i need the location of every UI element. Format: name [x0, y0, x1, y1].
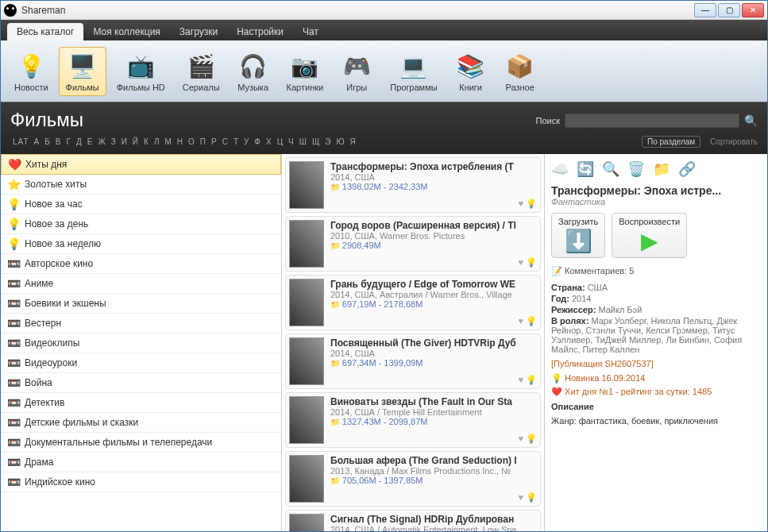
alpha-letter[interactable]: Н [175, 137, 186, 146]
page-header: Фильмы Поиск 🔍 LATАБВГДЕЖЗИЙКЛМНОПРСТУФХ… [1, 102, 767, 154]
search-icon[interactable]: 🔍 [744, 114, 758, 127]
sidebar-item[interactable]: 📼Детектив [1, 393, 281, 413]
share-icon[interactable]: 🔗 [678, 160, 696, 178]
alpha-letter[interactable]: С [220, 137, 231, 146]
sidebar-item[interactable]: 📼Аниме [1, 274, 281, 294]
sidebar-item[interactable]: 💡Новое за день [1, 214, 281, 234]
alpha-letter[interactable]: Ю [334, 137, 347, 146]
alpha-letter[interactable]: К [141, 137, 152, 146]
toolbar-item-0[interactable]: 💡Новости [7, 47, 56, 96]
alpha-letter[interactable]: Д [74, 137, 85, 146]
alpha-letter[interactable]: Ш [297, 137, 310, 146]
movie-fav-icons[interactable]: ♥ 💡 [518, 375, 537, 385]
alpha-letter[interactable]: В [53, 137, 64, 146]
alpha-letter[interactable]: Ж [95, 137, 108, 146]
alpha-letter[interactable]: У [241, 137, 252, 146]
movie-row[interactable]: Большая афера (The Grand Seduction) I201… [285, 451, 541, 507]
movie-fav-icons[interactable]: ♥ 💡 [518, 492, 537, 503]
alpha-letter[interactable]: Ч [286, 137, 297, 146]
movie-fav-icons[interactable]: ♥ 💡 [518, 434, 537, 444]
sidebar-item[interactable]: 💡Новое за неделю [1, 234, 281, 254]
menu-tab-2[interactable]: Загрузки [170, 23, 227, 40]
filter-by-sections[interactable]: По разделам [642, 136, 700, 148]
toolbar-item-3[interactable]: 🎬Сериалы [176, 47, 227, 96]
alpha-letter[interactable]: З [109, 137, 119, 146]
sidebar-item[interactable]: 📼Вестерн [1, 314, 281, 333]
detail-country: Страна: США [551, 283, 761, 292]
alpha-letter[interactable]: Ф [252, 137, 264, 146]
sidebar-item[interactable]: ❤️Хиты дня [1, 154, 281, 175]
sidebar-icon: 💡 [7, 198, 20, 210]
upload-icon[interactable]: ☁️ [551, 160, 569, 178]
comments-count[interactable]: 📝 Комментариев: 5 [551, 266, 761, 276]
toolbar-item-6[interactable]: 🎮Игры [334, 47, 380, 96]
detail-director: Режиссер: Майкл Бэй [551, 305, 761, 314]
search-detail-icon[interactable]: 🔍 [602, 160, 619, 178]
alpha-letter[interactable]: Ц [275, 137, 286, 146]
alpha-letter[interactable]: Р [209, 137, 220, 146]
sidebar-item[interactable]: ⭐Золотые хиты [1, 175, 281, 195]
alpha-letter[interactable]: И [119, 137, 130, 146]
movie-fav-icons[interactable]: ♥ 💡 [518, 257, 537, 268]
folder-icon[interactable]: 📁 [653, 160, 670, 178]
sidebar-item[interactable]: 📼Детские фильмы и сказки [1, 413, 281, 433]
sidebar-item[interactable]: 💡Новое за час [1, 195, 281, 214]
sidebar-item[interactable]: 📼Индийское кино [1, 472, 281, 492]
toolbar-item-8[interactable]: 📚Книги [448, 47, 494, 96]
close-button[interactable]: ✕ [742, 3, 764, 17]
toolbar-item-9[interactable]: 📦Разное [497, 47, 543, 96]
alpha-letter[interactable]: Е [85, 137, 96, 146]
alpha-letter[interactable]: Б [42, 137, 53, 146]
alpha-letter[interactable]: П [198, 137, 209, 146]
menu-tab-4[interactable]: Чат [293, 23, 328, 40]
movie-row[interactable]: Сигнал (The Signal) HDRip Дублирован2014… [285, 510, 541, 531]
sidebar-item[interactable]: 📼Видеоклипы [1, 333, 281, 353]
toolbar-icon: 📺 [125, 51, 156, 83]
toolbar-item-5[interactable]: 📷Картинки [280, 47, 331, 96]
minimize-button[interactable]: — [694, 3, 716, 17]
search-input[interactable] [565, 114, 739, 128]
toolbar-item-4[interactable]: 🎧Музыка [230, 47, 276, 96]
sidebar-item[interactable]: 📼Документальные фильмы и телепередачи [1, 433, 281, 453]
alpha-letter[interactable]: Й [130, 137, 141, 146]
menu-tab-3[interactable]: Настройки [227, 23, 293, 40]
toolbar-item-1[interactable]: 🖥️Фильмы [59, 47, 106, 96]
alpha-letter[interactable]: Я [348, 137, 359, 146]
alpha-letter[interactable]: О [186, 137, 198, 146]
download-button[interactable]: Загрузить ⬇️ [551, 213, 605, 258]
alpha-letter[interactable]: Л [152, 137, 163, 146]
alpha-letter[interactable]: Щ [310, 137, 322, 146]
publication-link[interactable]: [Публикация SH2607537] [551, 359, 761, 368]
toolbar-item-7[interactable]: 💻Программы [383, 47, 444, 96]
sidebar-item[interactable]: 📼Драма [1, 453, 281, 472]
alpha-letter[interactable]: Г [64, 137, 74, 146]
alpha-letter[interactable]: Э [322, 137, 334, 146]
alpha-letter[interactable]: Х [264, 137, 275, 146]
menu-tab-1[interactable]: Моя коллекция [83, 23, 169, 40]
sidebar-item[interactable]: 📼Видеоуроки [1, 353, 281, 373]
alpha-letter[interactable]: LAT [10, 137, 32, 146]
movie-row[interactable]: Город воров (Расширенная версия) / Tl201… [285, 216, 541, 272]
alpha-letter[interactable]: Т [231, 137, 241, 146]
play-icon: ▶ [619, 228, 680, 254]
sidebar-item[interactable]: 📼Война [1, 373, 281, 393]
movie-row[interactable]: Грань будущего / Edge of Tomorrow WE2014… [285, 275, 541, 330]
maximize-button[interactable]: ▢ [718, 3, 740, 17]
movie-row[interactable]: Виноваты звезды (The Fault in Our Sta201… [285, 392, 541, 448]
movie-row[interactable]: Трансформеры: Эпоха истребления (T2014, … [285, 157, 541, 213]
sidebar-icon: 📼 [7, 337, 20, 349]
toolbar-item-2[interactable]: 📺Фильмы HD [110, 47, 172, 96]
movie-fav-icons[interactable]: ♥ 💡 [518, 199, 537, 209]
sort-label[interactable]: Сортировать [710, 137, 758, 146]
sidebar-item[interactable]: 📼Боевики и экшены [1, 294, 281, 314]
alpha-letter[interactable]: М [162, 137, 174, 146]
movie-row[interactable]: Посвященный (The Giver) HDTVRip Дуб2014,… [285, 333, 541, 389]
trash-icon[interactable]: 🗑️ [627, 160, 645, 178]
alpha-letter[interactable]: А [32, 137, 43, 146]
description-text: Жанр: фантастика, боевик, приключения [551, 416, 761, 426]
play-button[interactable]: Воспроизвести ▶ [612, 213, 687, 258]
sidebar-item[interactable]: 📼Авторское кино [1, 254, 281, 274]
menu-tab-0[interactable]: Весь каталог [7, 23, 83, 40]
movie-fav-icons[interactable]: ♥ 💡 [518, 316, 537, 326]
refresh-icon[interactable]: 🔄 [577, 160, 594, 178]
